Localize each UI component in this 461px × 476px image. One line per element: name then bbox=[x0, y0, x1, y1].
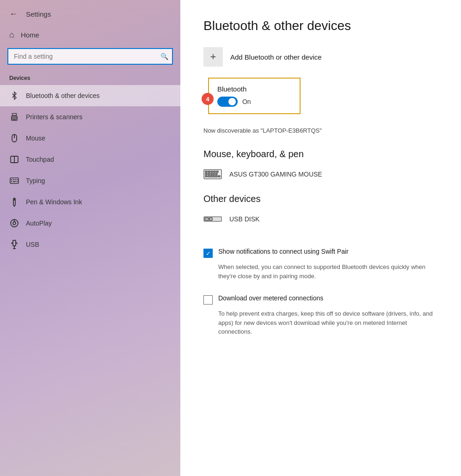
swift-pair-row: Show notifications to connect using Swif… bbox=[203, 248, 438, 258]
sidebar-item-mouse[interactable]: Mouse bbox=[0, 128, 180, 149]
back-button[interactable]: ← bbox=[7, 7, 19, 21]
sidebar-item-usb[interactable]: USB bbox=[0, 234, 180, 255]
search-input[interactable] bbox=[7, 48, 173, 65]
search-icon: 🔍 bbox=[160, 53, 168, 60]
home-icon: ⌂ bbox=[9, 30, 14, 40]
notification-badge: 4 bbox=[202, 93, 214, 105]
swift-pair-checkbox[interactable] bbox=[203, 249, 213, 258]
sidebar-item-mouse-label: Mouse bbox=[26, 134, 45, 142]
touchpad-icon bbox=[9, 154, 19, 165]
svg-rect-37 bbox=[218, 176, 220, 177]
mouse-device-name: ASUS GT300 GAMING MOUSE bbox=[229, 171, 322, 178]
download-metered-row: Download over metered connections bbox=[203, 294, 438, 305]
svg-rect-36 bbox=[208, 176, 217, 177]
download-metered-label: Download over metered connections bbox=[218, 294, 323, 302]
sidebar-item-touchpad[interactable]: Touchpad bbox=[0, 149, 180, 170]
bluetooth-toggle-box: Bluetooth On bbox=[208, 78, 301, 114]
keyboard-device-icon bbox=[203, 168, 222, 181]
mouse-keyboard-section-title: Mouse, keyboard, & pen bbox=[203, 149, 438, 159]
sidebar-item-autoplay[interactable]: AutoPlay bbox=[0, 213, 180, 234]
svg-rect-33 bbox=[211, 173, 215, 175]
svg-rect-32 bbox=[208, 173, 210, 175]
bluetooth-icon bbox=[9, 91, 19, 101]
toggle-row: On bbox=[217, 97, 291, 107]
svg-rect-8 bbox=[10, 178, 18, 183]
svg-rect-29 bbox=[214, 171, 215, 172]
sidebar-item-usb-label: USB bbox=[26, 241, 39, 248]
sidebar-item-printers-label: Printers & scanners bbox=[26, 113, 82, 121]
sidebar-item-printers[interactable]: Printers & scanners bbox=[0, 106, 180, 128]
sidebar-title: Settings bbox=[26, 10, 51, 18]
home-label: Home bbox=[21, 31, 39, 39]
svg-rect-26 bbox=[205, 171, 207, 172]
page-title: Bluetooth & other devices bbox=[203, 18, 438, 33]
add-device-label: Add Bluetooth or other device bbox=[230, 53, 322, 61]
bluetooth-label: Bluetooth bbox=[217, 85, 291, 93]
keyboard-device-item: ASUS GT300 GAMING MOUSE bbox=[203, 168, 438, 181]
swift-pair-description: When selected, you can connect to suppor… bbox=[218, 262, 438, 281]
svg-rect-40 bbox=[209, 218, 212, 220]
sidebar-item-bluetooth[interactable]: Bluetooth & other devices bbox=[0, 85, 180, 106]
svg-rect-20 bbox=[13, 240, 16, 246]
sidebar-item-pen-label: Pen & Windows Ink bbox=[26, 198, 82, 206]
usb-device-name: USB DISK bbox=[229, 215, 259, 223]
pen-icon bbox=[9, 197, 19, 207]
svg-rect-35 bbox=[205, 176, 207, 177]
usb-nav-icon bbox=[9, 239, 19, 250]
svg-rect-31 bbox=[205, 173, 207, 175]
svg-point-18 bbox=[13, 222, 16, 225]
download-metered-checkbox[interactable] bbox=[203, 295, 213, 305]
keyboard-nav-icon bbox=[9, 176, 19, 186]
svg-rect-0 bbox=[12, 114, 17, 116]
sidebar-item-home[interactable]: ⌂ Home bbox=[0, 25, 180, 44]
discoverable-text: Now discoverable as "LAPTOP-E3B6RTQS" bbox=[203, 127, 438, 134]
sidebar-header: ← Settings bbox=[0, 0, 180, 25]
svg-line-24 bbox=[16, 243, 17, 244]
svg-rect-30 bbox=[216, 171, 218, 172]
sidebar: ← Settings ⌂ Home 🔍 Devices Bluetooth & … bbox=[0, 0, 180, 476]
sidebar-item-typing[interactable]: Typing bbox=[0, 170, 180, 191]
usb-device-icon bbox=[203, 213, 222, 226]
add-plus-icon: + bbox=[203, 47, 223, 67]
add-device-button[interactable]: + Add Bluetooth or other device bbox=[203, 47, 438, 67]
sidebar-item-typing-label: Typing bbox=[26, 177, 45, 184]
sidebar-item-autoplay-label: AutoPlay bbox=[26, 220, 52, 227]
sidebar-item-pen[interactable]: Pen & Windows Ink bbox=[0, 191, 180, 213]
printer-icon bbox=[9, 112, 19, 122]
sidebar-item-bluetooth-label: Bluetooth & other devices bbox=[26, 92, 100, 99]
svg-line-23 bbox=[12, 243, 12, 244]
search-box: 🔍 bbox=[7, 48, 173, 65]
mouse-icon bbox=[9, 133, 19, 143]
autoplay-icon bbox=[9, 218, 19, 228]
download-metered-description: To help prevent extra charges, keep this… bbox=[218, 309, 438, 336]
svg-rect-34 bbox=[215, 173, 217, 175]
svg-rect-27 bbox=[208, 171, 210, 172]
devices-section-label: Devices bbox=[0, 72, 180, 85]
sidebar-item-touchpad-label: Touchpad bbox=[26, 156, 54, 163]
svg-rect-28 bbox=[211, 171, 213, 172]
toggle-thumb bbox=[228, 98, 236, 105]
main-content: Bluetooth & other devices + Add Bluetoot… bbox=[180, 0, 461, 476]
other-devices-section-title: Other devices bbox=[203, 194, 438, 204]
toggle-state-label: On bbox=[242, 98, 251, 105]
svg-rect-39 bbox=[205, 218, 209, 220]
bluetooth-toggle[interactable] bbox=[217, 97, 238, 107]
swift-pair-label: Show notifications to connect using Swif… bbox=[218, 248, 349, 255]
usb-device-item: USB DISK bbox=[203, 213, 438, 226]
